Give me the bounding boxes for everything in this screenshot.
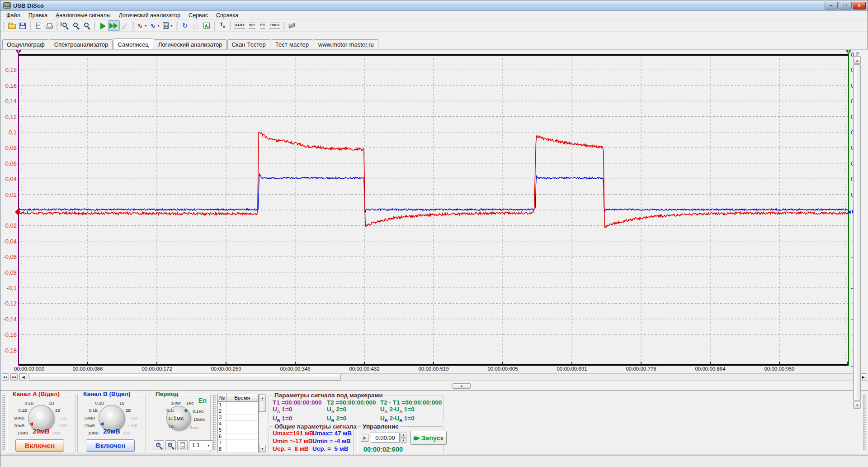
table-row[interactable]: 2 (218, 408, 258, 415)
tab-Самописец[interactable]: Самописец (113, 38, 153, 49)
start-continuous-button[interactable] (108, 20, 120, 31)
wire1-decoder-button[interactable]: 1Wire (268, 20, 282, 31)
vertical-scroll-thumb[interactable] (854, 64, 861, 401)
spi-decoder-button[interactable]: SPI (246, 20, 257, 31)
new-page-button[interactable] (177, 440, 188, 450)
tab-Логический анализатор[interactable]: Логический анализатор (154, 39, 227, 49)
scroll-down-button[interactable]: ▼ (854, 401, 861, 409)
drag-grip[interactable] (2, 395, 5, 451)
scroll-up-button[interactable]: ▲ (854, 57, 861, 64)
trigger-level-icon: Тн (220, 22, 225, 29)
zoom-out-button[interactable]: − (165, 440, 176, 450)
table-cell-time (226, 408, 258, 414)
channel-a-enabled-button[interactable]: Включен (15, 439, 64, 452)
dropdown-arrow-icon[interactable]: ▼ (170, 24, 173, 27)
vertical-scrollbar[interactable]: ▲ ▼ (853, 56, 861, 409)
menu-Правка[interactable]: Правка (24, 12, 52, 19)
table-row[interactable]: 8 (218, 446, 258, 453)
menu-Логический анализатор[interactable]: Логический анализатор (115, 12, 184, 19)
menu-Файл[interactable]: Файл (2, 12, 24, 19)
table-row[interactable]: 1 (218, 402, 258, 408)
marker-1-flag[interactable]: 1 (15, 50, 22, 54)
refresh-button[interactable]: ↻ (179, 20, 190, 31)
start-single-button[interactable] (97, 20, 108, 31)
panel-splitter[interactable]: ▼ (0, 382, 868, 390)
title-bar[interactable]: USB DiSco − □ × (0, 0, 868, 11)
table-row[interactable]: 5 (218, 427, 258, 434)
menu-Справка[interactable]: Справка (212, 12, 242, 19)
channel-b-enabled-button[interactable]: Включен (86, 439, 135, 452)
time-down-button[interactable]: ▼ (401, 438, 406, 443)
menu-bar: ФайлПравкаАналоговые сигналыЛогический а… (0, 11, 868, 20)
interval-play-button[interactable] (361, 434, 368, 442)
table-row[interactable]: 7 (218, 440, 258, 446)
minimize-button[interactable]: − (825, 2, 838, 10)
menu-Аналоговые сигналы[interactable]: Аналоговые сигналы (52, 12, 115, 19)
horizontal-scroll-thumb[interactable] (29, 374, 341, 381)
toolbar-separator (56, 21, 59, 30)
calculator-button[interactable]: ▼ (161, 20, 175, 31)
channel-b-signal-button[interactable]: ∿▼ (149, 20, 162, 31)
knob-scale-label: 50мВ (85, 415, 95, 420)
i2c-decoder-button[interactable]: I²C (257, 20, 268, 31)
knob-scale-label: 0.1с (166, 408, 175, 413)
report-button: ▤ (190, 20, 201, 31)
spi-decoder-icon: SPI (249, 23, 255, 29)
maximize-button[interactable]: □ (839, 2, 852, 10)
tab-Спектроанализатор[interactable]: Спектроанализатор (50, 39, 113, 49)
waveform-plot[interactable] (19, 54, 849, 366)
save-button[interactable] (17, 20, 28, 31)
chip-icon (288, 23, 296, 29)
channel-b-dots-button[interactable] (2, 373, 9, 381)
table-row[interactable]: 3 (218, 415, 258, 421)
time-up-button[interactable]: ▲ (401, 433, 406, 438)
knob-scale-label: 1В (49, 400, 54, 405)
zoom-button[interactable] (71, 20, 81, 31)
table-row[interactable]: 6 (218, 434, 258, 440)
open-button[interactable] (6, 20, 17, 31)
tab-Скан-Тестер[interactable]: Скан-Тестер (227, 39, 270, 49)
marker-param-line: UB 1=0 (273, 415, 321, 424)
y-axis-label-left: -0,18 (0, 347, 17, 353)
dropdown-arrow-icon[interactable]: ▼ (144, 24, 147, 27)
measurements-button[interactable] (201, 20, 212, 31)
trigger-level-button[interactable]: Тн (217, 20, 228, 31)
tab-Тест-мастер[interactable]: Тест-мастер (271, 39, 313, 49)
horizontal-scrollbar[interactable] (28, 373, 857, 381)
marker-param-line: UA 2=0 (327, 406, 376, 415)
scroll-left-button[interactable]: ◀ (19, 373, 27, 381)
record-time-input[interactable]: 0:00:00 (371, 433, 400, 443)
x-axis-label: 00:00:00:778 (626, 366, 656, 372)
search-page-button[interactable] (81, 20, 92, 31)
table-scrollbar[interactable]: ▲ ▼ (259, 394, 266, 453)
horizontal-scroll-row: ◀ ▶ (0, 372, 868, 381)
tab-www.motor-master.ru[interactable]: www.motor-master.ru (314, 39, 378, 49)
open-icon (8, 24, 16, 29)
menu-Сервис[interactable]: Сервис (184, 12, 212, 19)
marker-params-column: T2 - T1 =00:00:00:000UA 2-UA 1=0UB 2-UB … (380, 399, 442, 424)
print-preview-button[interactable] (33, 20, 44, 31)
chip-button[interactable] (287, 20, 297, 31)
dropdown-arrow-icon[interactable]: ▼ (157, 24, 160, 27)
table-row[interactable]: 4 (218, 421, 258, 427)
print-button[interactable] (44, 20, 55, 31)
table-scroll-down[interactable]: ▼ (259, 445, 266, 452)
table-scroll-thumb[interactable] (259, 402, 266, 412)
close-button[interactable]: × (853, 2, 866, 10)
table-scroll-up[interactable]: ▲ (259, 394, 266, 401)
knob-scale-label: ~5В (129, 415, 137, 420)
channel-a-signal-button[interactable]: ∿▼ (136, 20, 149, 31)
scale-ratio-select[interactable]: 1:1▼ (189, 440, 212, 450)
channel-a-dots-button[interactable] (10, 373, 18, 381)
knob-scale-label: 50мВ (14, 415, 24, 420)
zoom-in-button[interactable]: + (154, 440, 164, 450)
collapse-panel-button[interactable]: ▼ (453, 383, 471, 389)
control-group: Управление 0:00:00 ▲ ▼ ▶▶ Запуск 00:00:0… (357, 426, 443, 454)
start-button[interactable]: ▶▶ Запуск (410, 431, 447, 445)
drag-grip[interactable] (863, 395, 866, 451)
knob-area: 1мс10мс0.1с1с10с1мс0.1мс10мкс5мкс (150, 400, 218, 438)
zoom-selection-button[interactable] (60, 20, 71, 31)
toolbar-separator (29, 21, 32, 30)
tab-Осциллограф[interactable]: Осциллограф (2, 39, 49, 49)
uart-decoder-button[interactable]: UART (233, 20, 246, 31)
